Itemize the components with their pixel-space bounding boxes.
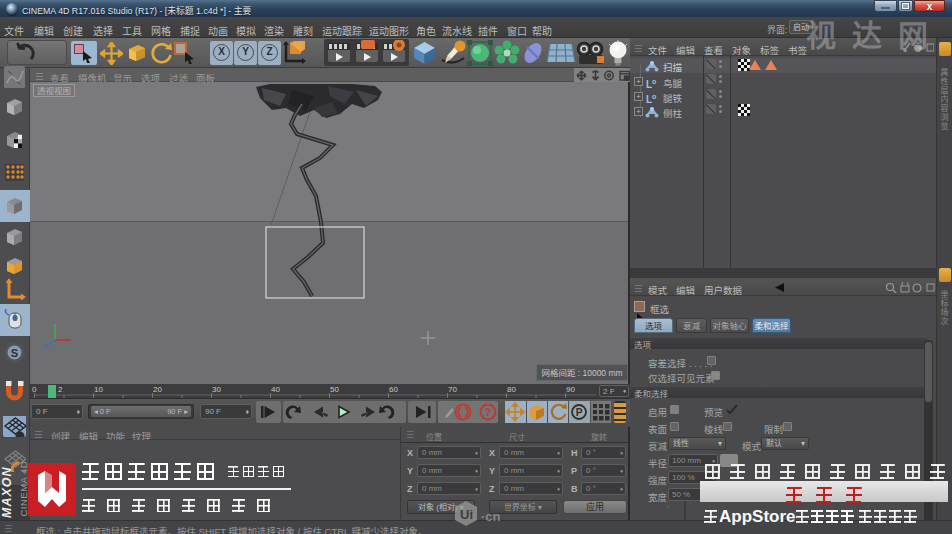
svg-text:10: 10 [94, 385, 103, 394]
svg-text:·cn: ·cn [481, 509, 501, 524]
svg-text:Ui: Ui [460, 507, 473, 522]
svg-text:60: 60 [389, 385, 398, 394]
svg-text:S: S [11, 347, 18, 359]
svg-text:50: 50 [330, 385, 339, 394]
svg-text:?: ? [485, 407, 491, 418]
svg-text:90: 90 [566, 385, 575, 394]
svg-text:80: 80 [507, 385, 516, 394]
svg-text:2: 2 [58, 385, 63, 394]
svg-text:30: 30 [212, 385, 221, 394]
svg-text:40: 40 [271, 385, 280, 394]
svg-text:20: 20 [153, 385, 162, 394]
svg-text:0: 0 [32, 385, 37, 394]
svg-text:P: P [576, 407, 583, 418]
svg-text:70: 70 [448, 385, 457, 394]
